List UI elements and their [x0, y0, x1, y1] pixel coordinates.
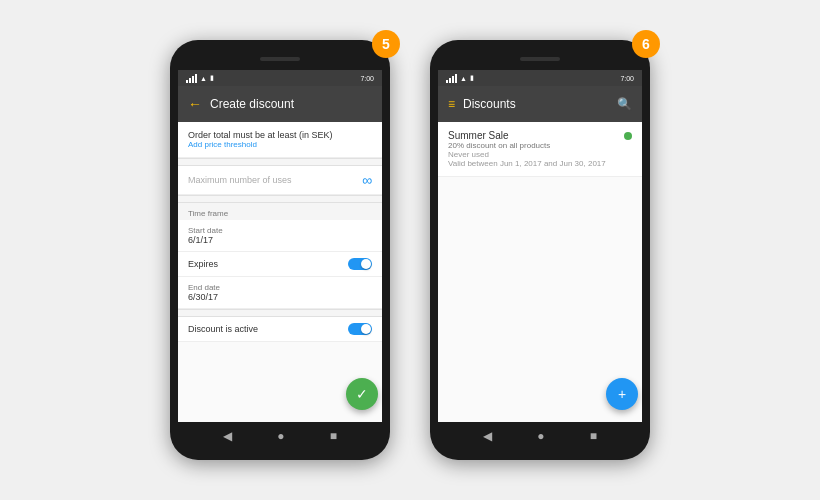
- nav-back-2[interactable]: ◀: [483, 429, 492, 443]
- phone-1-wrapper: 5 ▲ ▮ 7:00 ← Create discount: [170, 40, 390, 460]
- phone-1: ▲ ▮ 7:00 ← Create discount Order total m…: [170, 40, 390, 460]
- status-time-1: 7:00: [360, 75, 374, 82]
- speaker-1: [260, 57, 300, 61]
- nav-home-2[interactable]: ●: [537, 429, 544, 443]
- max-uses-row[interactable]: Maximum number of uses ∞: [178, 166, 382, 195]
- divider-1: [178, 158, 382, 166]
- fab-button-2[interactable]: +: [606, 378, 638, 410]
- battery-icon-2: ▮: [470, 74, 474, 82]
- signal-icon-2: [446, 74, 457, 83]
- status-time-2: 7:00: [620, 75, 634, 82]
- discount-item-1[interactable]: Summer Sale 20% discount on all products…: [438, 122, 642, 177]
- toolbar-1: ← Create discount: [178, 86, 382, 122]
- status-bar-2: ▲ ▮ 7:00: [438, 70, 642, 86]
- divider-3: [178, 309, 382, 317]
- infinity-icon: ∞: [362, 172, 372, 188]
- status-bar-1: ▲ ▮ 7:00: [178, 70, 382, 86]
- search-icon[interactable]: 🔍: [617, 97, 632, 111]
- order-total-row[interactable]: Order total must be at least (in SEK) Ad…: [178, 122, 382, 158]
- start-date-row[interactable]: Start date 6/1/17: [178, 220, 382, 252]
- nav-bar-2: ◀ ● ■: [438, 422, 642, 450]
- phone-2-wrapper: 6 ▲ ▮ 7:00 ≡ Discounts 🔍: [430, 40, 650, 460]
- expires-label: Expires: [188, 259, 218, 269]
- timeframe-header: Time frame: [178, 203, 382, 220]
- end-date-label: End date: [188, 283, 372, 292]
- screen-1: ← Create discount Order total must be at…: [178, 86, 382, 422]
- toolbar-title-2: Discounts: [463, 97, 609, 111]
- order-total-sublabel: Add price threshold: [188, 140, 372, 149]
- hamburger-icon[interactable]: ≡: [448, 97, 455, 111]
- toolbar-title-1: Create discount: [210, 97, 372, 111]
- discount-active-toggle[interactable]: [348, 323, 372, 335]
- max-uses-label: Maximum number of uses: [188, 175, 292, 185]
- status-left-2: ▲ ▮: [446, 74, 474, 83]
- discount-valid-1: Valid between Jun 1, 2017 and Jun 30, 20…: [448, 159, 606, 168]
- nav-recent-2[interactable]: ■: [590, 429, 597, 443]
- discount-active-row[interactable]: Discount is active: [178, 317, 382, 342]
- discount-desc-1: 20% discount on all products: [448, 141, 606, 150]
- phone-top-bar-2: [438, 50, 642, 68]
- expires-row[interactable]: Expires: [178, 252, 382, 277]
- speaker-2: [520, 57, 560, 61]
- order-total-label: Order total must be at least (in SEK): [188, 130, 372, 140]
- nav-back-1[interactable]: ◀: [223, 429, 232, 443]
- start-date-value: 6/1/17: [188, 235, 372, 245]
- divider-2: [178, 195, 382, 203]
- phone-top-bar-1: [178, 50, 382, 68]
- nav-recent-1[interactable]: ■: [330, 429, 337, 443]
- status-left-1: ▲ ▮: [186, 74, 214, 83]
- nav-home-1[interactable]: ●: [277, 429, 284, 443]
- step-badge-2: 6: [632, 30, 660, 58]
- fab-button-1[interactable]: ✓: [346, 378, 378, 410]
- status-dot-1: [624, 132, 632, 140]
- discount-info-1: Summer Sale 20% discount on all products…: [448, 130, 606, 168]
- end-date-value: 6/30/17: [188, 292, 372, 302]
- discount-usage-1: Never used: [448, 150, 606, 159]
- wifi-icon-2: ▲: [460, 75, 467, 82]
- screen-content-2: Summer Sale 20% discount on all products…: [438, 122, 642, 422]
- discount-active-label: Discount is active: [188, 324, 258, 334]
- back-arrow-1[interactable]: ←: [188, 96, 202, 112]
- phone-2: ▲ ▮ 7:00 ≡ Discounts 🔍 Summer Sale 20% d…: [430, 40, 650, 460]
- end-date-row[interactable]: End date 6/30/17: [178, 277, 382, 309]
- start-date-label: Start date: [188, 226, 372, 235]
- screen-content-1: Order total must be at least (in SEK) Ad…: [178, 122, 382, 422]
- toolbar-2: ≡ Discounts 🔍: [438, 86, 642, 122]
- discount-name-1: Summer Sale: [448, 130, 606, 141]
- nav-bar-1: ◀ ● ■: [178, 422, 382, 450]
- signal-icon-1: [186, 74, 197, 83]
- screen-2: ≡ Discounts 🔍 Summer Sale 20% discount o…: [438, 86, 642, 422]
- expires-toggle[interactable]: [348, 258, 372, 270]
- battery-icon-1: ▮: [210, 74, 214, 82]
- step-badge-1: 5: [372, 30, 400, 58]
- wifi-icon-1: ▲: [200, 75, 207, 82]
